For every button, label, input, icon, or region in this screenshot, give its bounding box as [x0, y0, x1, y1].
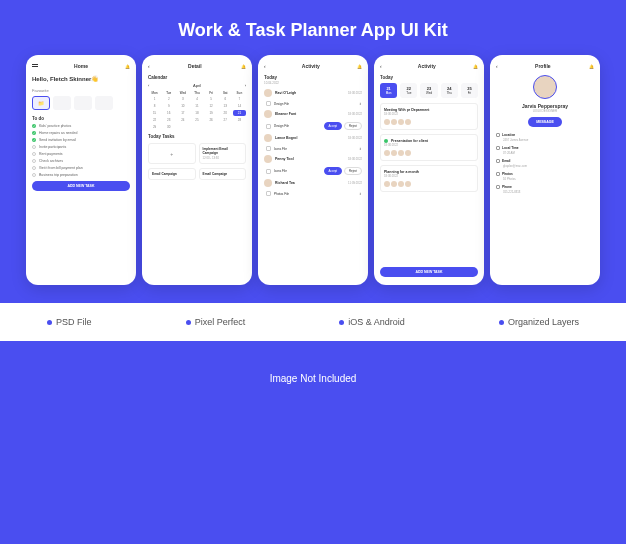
screen-activity-list: ‹ Activity Today 10.04.2022 Ravi O'Leigh…: [258, 55, 368, 285]
add-task-button[interactable]: ADD NEW TASK: [32, 181, 130, 191]
header-detail: Detail: [150, 63, 240, 69]
bullet-icon: [186, 320, 191, 325]
bell-icon[interactable]: [240, 63, 246, 69]
date-chip[interactable]: 21Mon: [380, 83, 397, 98]
activity-list: Ravi O'Leigh18:30:2022Design File⬇Eleano…: [264, 89, 362, 196]
file-name: Icons File: [274, 147, 356, 151]
meeting-card[interactable]: Meeting With pr Deparment18:30:2022: [380, 103, 478, 130]
info-icon: [496, 133, 500, 137]
calendar-label: Calendar: [148, 75, 246, 80]
screen-calendar: ‹ Detail Calendar ‹ April › MonTueWedThu…: [142, 55, 252, 285]
unchecked-icon: [32, 166, 36, 170]
attendees: [384, 119, 474, 125]
add-task-card[interactable]: +: [148, 143, 196, 164]
timestamp: 18:30:2022: [348, 91, 362, 95]
date-chip[interactable]: 24Thu: [441, 83, 458, 98]
month-nav: ‹ April ›: [148, 83, 246, 88]
feature-item: iOS & Android: [339, 317, 405, 327]
reject-button[interactable]: Reject: [344, 122, 362, 130]
person-name: Ravi O'Leigh: [275, 91, 296, 95]
bell-icon[interactable]: [356, 63, 362, 69]
header-home: Home: [38, 63, 124, 69]
todo-item[interactable]: Rent payments: [32, 152, 130, 156]
folder-icon: [266, 169, 271, 174]
meeting-card[interactable]: Presentation for client18:30:2022: [380, 134, 478, 161]
attendees: [384, 181, 474, 187]
accept-button[interactable]: Accept: [324, 122, 343, 130]
date-chip[interactable]: 22Tue: [400, 83, 417, 98]
person-row[interactable]: Eleanor Fant18:30:2022: [264, 110, 362, 118]
folder-icon: [266, 101, 271, 106]
todo-item[interactable]: ✓Home repairs as needed: [32, 131, 130, 135]
file-row: Icons File⬇: [264, 146, 362, 151]
download-icon[interactable]: ⬇: [359, 102, 362, 106]
download-icon[interactable]: ⬇: [359, 147, 362, 151]
person-row[interactable]: Richard Tea11:09:2022: [264, 179, 362, 187]
fav-item-4[interactable]: [95, 96, 113, 110]
favourite-row: 📁: [32, 96, 130, 110]
file-name: Icons File: [274, 169, 321, 173]
bell-icon[interactable]: [472, 63, 478, 69]
file-row: Photos File⬇: [264, 191, 362, 196]
bullet-icon: [499, 320, 504, 325]
today-label: Today: [380, 75, 478, 80]
person-name: Penny Tool: [275, 157, 294, 161]
bell-icon[interactable]: [588, 63, 594, 69]
unchecked-icon: [32, 152, 36, 156]
greeting: Hello, Fletch Skinner👋: [32, 75, 130, 82]
avatar: [264, 155, 272, 163]
message-button[interactable]: MESSAGE: [528, 117, 562, 127]
today-date: 10.04.2022: [264, 81, 362, 85]
next-month-icon[interactable]: ›: [245, 83, 246, 88]
person-row[interactable]: Ravi O'Leigh18:30:2022: [264, 89, 362, 97]
feature-item: PSD File: [47, 317, 92, 327]
folder-icon: [266, 191, 271, 196]
profile-role: UX/UI DESIGNER: [496, 109, 594, 113]
file-row: Icons FileAcceptReject: [264, 167, 362, 175]
todo-label: To do: [32, 116, 130, 121]
info-row: Local Time07:20 AM: [496, 146, 594, 155]
header-activity: Activity: [382, 63, 472, 69]
task-card[interactable]: Email Campaign: [199, 168, 247, 180]
header-activity: Activity: [266, 63, 356, 69]
footer-note: Image Not Included: [0, 341, 626, 416]
prev-month-icon[interactable]: ‹: [148, 83, 149, 88]
date-chip[interactable]: 23Wed: [420, 83, 437, 98]
todo-item[interactable]: Business trip preparation: [32, 173, 130, 177]
bullet-icon: [339, 320, 344, 325]
header-profile: Profile: [498, 63, 588, 69]
todo-item[interactable]: Invite participants: [32, 145, 130, 149]
person-row[interactable]: Lance Bogrol18:30:2022: [264, 134, 362, 142]
task-card[interactable]: Implement Email Campaign 12:00 - 13:30: [199, 143, 247, 164]
feature-item: Organized Layers: [499, 317, 579, 327]
avatar: [264, 110, 272, 118]
date-strip: 21Mon22Tue23Wed24Thu25Fri: [380, 83, 478, 98]
bell-icon[interactable]: [124, 63, 130, 69]
reject-button[interactable]: Reject: [344, 167, 362, 175]
todo-item[interactable]: ✓Send invitation by email: [32, 138, 130, 142]
person-name: Eleanor Fant: [275, 112, 296, 116]
info-row: Photos16 Photos: [496, 172, 594, 181]
todo-list: ✓Kids' practice photos ✓Home repairs as …: [32, 124, 130, 177]
unchecked-icon: [32, 159, 36, 163]
fav-item-3[interactable]: [74, 96, 92, 110]
task-card[interactable]: Email Campaign: [148, 168, 196, 180]
todo-item[interactable]: ✓Kids' practice photos: [32, 124, 130, 128]
add-task-button[interactable]: ADD NEW TASK: [380, 267, 478, 277]
timestamp: 18:30:2022: [348, 157, 362, 161]
meeting-card[interactable]: Planning for a month18:30:2022: [380, 165, 478, 192]
download-icon[interactable]: ⬇: [359, 192, 362, 196]
fav-item-2[interactable]: [53, 96, 71, 110]
todo-item[interactable]: Check archives: [32, 159, 130, 163]
accept-button[interactable]: Accept: [324, 167, 343, 175]
profile-avatar[interactable]: [533, 75, 557, 99]
person-row[interactable]: Penny Tool18:30:2022: [264, 155, 362, 163]
file-name: Design File: [274, 102, 356, 106]
screen-profile: ‹ Profile Jarvis Pepperspray UX/UI DESIG…: [490, 55, 600, 285]
info-icon: [496, 159, 500, 163]
todo-item[interactable]: Get it from bill payment plan: [32, 166, 130, 170]
kit-title: Work & Task Planner App UI Kit: [0, 0, 626, 55]
feature-item: Pixel Perfect: [186, 317, 246, 327]
date-chip[interactable]: 25Fri: [461, 83, 478, 98]
fav-item-folder[interactable]: 📁: [32, 96, 50, 110]
